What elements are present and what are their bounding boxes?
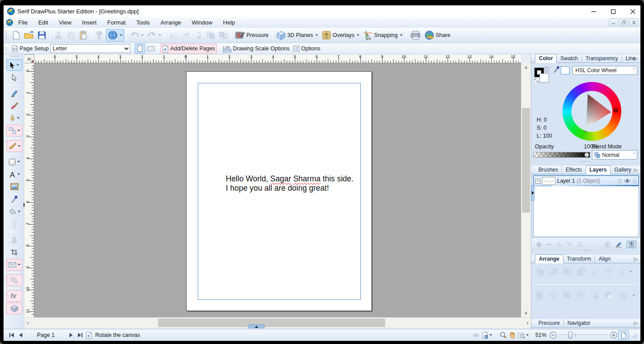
options-button[interactable]: Options <box>291 44 322 53</box>
envelope-tool-dropdown[interactable] <box>18 264 20 266</box>
envelope-tool[interactable] <box>6 259 22 270</box>
menu-arrange[interactable]: Arrange <box>155 18 186 27</box>
extrude-3d-tool[interactable] <box>6 303 22 314</box>
move-backward-button[interactable] <box>562 267 572 276</box>
toolbar-grip[interactable] <box>5 31 7 39</box>
combine-union-button[interactable] <box>562 291 572 300</box>
quickshape-tool-dropdown[interactable] <box>17 161 20 163</box>
tab-navigator[interactable]: Navigator <box>563 319 594 327</box>
3d-planes-button[interactable]: 3D Planes <box>274 29 320 41</box>
tab-brushes[interactable]: Brushes <box>535 166 562 174</box>
flip-vertical-button[interactable] <box>179 29 192 41</box>
scroll-up-arrow[interactable]: ∧ <box>524 65 528 70</box>
layer-visibility-eye-icon[interactable] <box>624 179 631 183</box>
tab-color[interactable]: Color <box>535 54 557 63</box>
document-page[interactable]: Hello World, Sagar Sharma this side.I ho… <box>186 71 372 311</box>
layer-paint-icon[interactable] <box>617 179 622 184</box>
print-button[interactable] <box>408 29 423 41</box>
pen-tool[interactable] <box>6 112 22 124</box>
opacity-slider-handle[interactable] <box>584 152 589 157</box>
export-preview-button[interactable]: P <box>481 330 493 340</box>
horizontal-scroll-thumb[interactable] <box>158 319 385 327</box>
undo-dropdown-arrow[interactable] <box>141 34 144 36</box>
new-document-button[interactable] <box>10 29 22 41</box>
vertical-scroll-thumb[interactable] <box>522 108 530 213</box>
transparency-tool[interactable] <box>6 218 22 230</box>
child-minimize-button[interactable] <box>609 18 618 26</box>
save-button[interactable] <box>36 29 48 41</box>
rotate-button[interactable] <box>616 268 625 276</box>
flip-horizontal-button[interactable] <box>590 268 599 276</box>
document-menu-icon[interactable] <box>6 19 13 26</box>
scroll-down-arrow[interactable]: ∨ <box>524 311 528 315</box>
child-close-button[interactable] <box>629 18 639 26</box>
horizontal-ruler[interactable]: 6543210123456789101112131415 <box>34 54 521 63</box>
bring-to-front-button[interactable] <box>204 29 217 41</box>
fill-tool-dropdown[interactable] <box>18 211 20 213</box>
page-setup-button[interactable]: Page Setup <box>10 44 50 53</box>
move-forward-button[interactable] <box>549 267 558 276</box>
edit-all-layers-button[interactable] <box>615 242 622 248</box>
menu-view[interactable]: View <box>53 18 77 27</box>
convert-to-curves-button[interactable] <box>535 291 545 300</box>
combine-subtract-button[interactable] <box>576 291 586 300</box>
current-color-chip[interactable] <box>561 66 570 74</box>
next-page-button[interactable] <box>67 330 76 340</box>
bottom-panel-expand-arrow[interactable]: ▷ <box>634 320 638 326</box>
3d-planes-dropdown-arrow[interactable] <box>315 34 318 36</box>
first-page-button[interactable] <box>7 330 16 340</box>
menu-window[interactable]: Window <box>187 18 218 27</box>
zoom-tool-button[interactable] <box>499 330 508 340</box>
minimize-button[interactable] <box>591 8 597 15</box>
rotate-dropdown-arrow[interactable] <box>630 271 632 273</box>
add-layer-button[interactable] <box>536 242 542 248</box>
crop-overlap-button[interactable] <box>618 291 628 300</box>
move-layer-down-button[interactable] <box>567 242 572 247</box>
zoom-slider[interactable] <box>559 331 607 340</box>
fit-page-button[interactable] <box>618 330 629 340</box>
color-picker-tool[interactable] <box>6 193 22 205</box>
zoom-out-button[interactable] <box>549 330 558 340</box>
pointer-tool[interactable] <box>6 59 22 71</box>
paste-button[interactable] <box>77 29 90 41</box>
layer-expand-box[interactable]: + <box>535 179 540 184</box>
redo-button[interactable] <box>146 29 163 41</box>
arrange-panel-expand-arrow[interactable]: ▷ <box>634 256 638 262</box>
tab-layers[interactable]: Layers <box>586 165 611 174</box>
document-text[interactable]: Hello World, Sagar Sharma this side.I ho… <box>226 174 354 192</box>
tab-pressure[interactable]: Pressure <box>535 319 563 327</box>
text-tool-dropdown[interactable] <box>17 173 20 175</box>
horizontal-scrollbar[interactable]: ‹ › <box>24 317 531 328</box>
flip-horizontal-button[interactable] <box>167 29 179 41</box>
cut-button[interactable] <box>52 29 65 41</box>
overlays-dropdown-arrow[interactable] <box>357 34 359 36</box>
tab-transparency[interactable]: Transparency <box>582 54 622 62</box>
zoom-level[interactable]: 51% <box>535 332 549 338</box>
hue-marker[interactable] <box>614 108 618 112</box>
hsl-color-wheel[interactable] <box>562 82 621 141</box>
format-painter-button[interactable] <box>94 29 106 41</box>
blend-tool[interactable] <box>6 274 22 286</box>
context-toolbar-grip[interactable] <box>5 47 7 50</box>
tab-gallery[interactable]: Gallery <box>611 166 635 174</box>
portrait-tool[interactable] <box>6 234 22 246</box>
node-tool[interactable] <box>6 72 22 83</box>
rotate-canvas-dropdown-arrow[interactable] <box>120 34 122 36</box>
color-mode-dropdown[interactable]: HSL Color Wheel˅ <box>572 66 637 75</box>
menu-edit[interactable]: Edit <box>33 18 53 27</box>
edit-nodes-button[interactable] <box>549 291 558 300</box>
tab-transform[interactable]: Transform <box>563 255 595 263</box>
studio-panel-collapse-handle[interactable] <box>531 185 534 201</box>
tab-arrange[interactable]: Arrange <box>535 254 563 263</box>
text-tool[interactable]: A <box>6 168 22 180</box>
opacity-slider[interactable] <box>533 152 590 158</box>
pressure-button[interactable]: Pressure <box>233 29 270 41</box>
previous-page-button[interactable] <box>16 330 25 340</box>
tab-align[interactable]: Align <box>595 255 614 263</box>
tab-swatch[interactable]: Swatch <box>557 54 581 62</box>
scroll-left-arrow[interactable]: ‹ <box>27 320 29 326</box>
vertical-ruler[interactable]: 01234567891011 <box>24 63 34 317</box>
maximize-button[interactable] <box>610 8 616 15</box>
pencil-tool[interactable] <box>6 87 22 99</box>
tab-effects[interactable]: Effects <box>562 166 585 174</box>
